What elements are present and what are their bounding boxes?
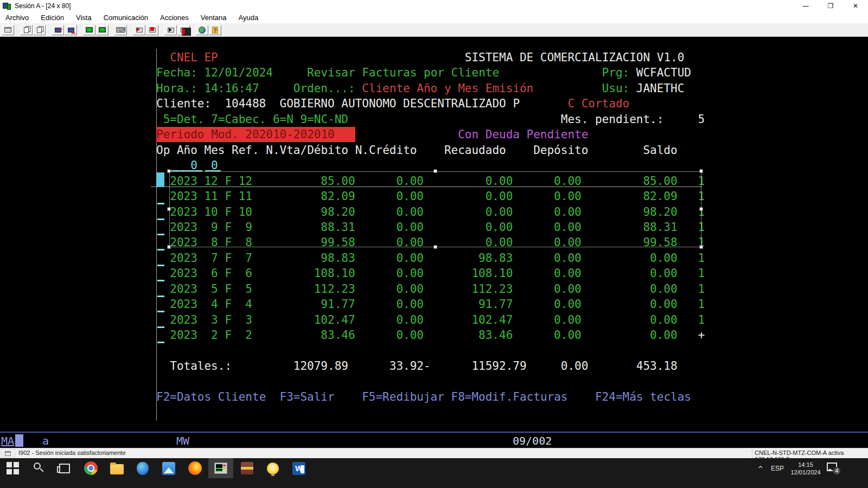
winrar-icon (241, 462, 253, 474)
taskbar-file-explorer[interactable] (104, 458, 129, 478)
globe-icon (199, 27, 206, 34)
stop-record-icon (149, 28, 156, 33)
taskbar-firefox[interactable] (182, 458, 207, 478)
terminal-line-4: Cliente:104488GOBIERNO AUTONOMO DESCENTR… (156, 96, 868, 111)
op-field-dash[interactable] (157, 311, 164, 312)
selection-handle[interactable] (433, 245, 437, 249)
title-bar: Sesión A - [24 x 80] — ❐ ✕ (0, 0, 868, 12)
play-macro-icon (168, 28, 174, 33)
record-macro-button[interactable] (133, 25, 145, 35)
browser-button[interactable] (196, 25, 208, 35)
menu-archivo[interactable]: Archivo (5, 14, 29, 22)
stop-macro-icon (181, 28, 187, 33)
copy-button[interactable] (20, 25, 33, 35)
paste-button[interactable] (33, 25, 46, 35)
op-field-dash[interactable] (157, 342, 164, 343)
terminal-screen[interactable]: CNEL EPSISTEMA DE COMERCIALIZACION V1.0F… (0, 37, 868, 448)
help-icon: ? (212, 27, 218, 34)
task-view-button[interactable] (52, 458, 77, 478)
clock-time: 14:15 (798, 461, 813, 468)
session-connection-info: CNEL-N-STD-MTZ-COM-A activa 172.18.109.2 (752, 449, 867, 458)
op-field-dash[interactable] (157, 296, 164, 297)
start-button[interactable] (0, 458, 25, 478)
display-icon (4, 27, 11, 33)
display-setup-button[interactable] (2, 25, 14, 35)
record-icon (136, 28, 143, 33)
play-macro-button[interactable] (164, 25, 177, 35)
selection-handle[interactable] (699, 169, 703, 173)
op-field-dash[interactable] (157, 219, 164, 220)
taskbar-tips[interactable] (260, 458, 285, 478)
hidden-icons-chevron[interactable]: ^ (754, 460, 767, 477)
connection-icon (5, 451, 11, 456)
op-field-dash[interactable] (157, 234, 164, 235)
selection-handle[interactable] (699, 207, 703, 211)
menu-vista[interactable]: Vista (76, 14, 92, 22)
taskbar-clock[interactable]: 14:15 12/01/2024 (788, 459, 824, 478)
taskbar-winrar[interactable] (234, 458, 259, 478)
terminal-line-3: Hora.: 14:16:47Orden...:Cliente Año y Me… (156, 81, 868, 96)
selection-handle[interactable] (433, 169, 437, 173)
color-map-button[interactable] (83, 25, 95, 35)
op-field-dash[interactable] (157, 326, 164, 328)
app-icon (3, 3, 11, 10)
menu-ayuda[interactable]: Ayuda (239, 14, 259, 22)
terminal-line-23: F2=Datos ClienteF3=SalirF5=RedibujarF8=M… (156, 389, 868, 404)
help-button[interactable]: ? (209, 25, 221, 35)
selection-handle[interactable] (167, 245, 171, 249)
copy-icon (24, 27, 29, 33)
stop-record-button[interactable] (146, 25, 158, 35)
menu-edicion[interactable]: Edición (41, 14, 64, 22)
action-center-button[interactable]: 4 (827, 462, 840, 474)
terminal-line-15: 20236F6108.100.00108.100.000.001 (156, 266, 868, 281)
keyboard-setup-button[interactable]: ⌨ (114, 25, 127, 35)
taskbar-terminal-session-active[interactable] (208, 458, 233, 478)
screen-setup-button[interactable] (96, 25, 108, 35)
op-field-dash[interactable] (157, 203, 164, 204)
taskbar-search-button[interactable] (26, 458, 51, 478)
terminal-line-2: Fecha: 12/01/2024Revisar Facturas por Cl… (156, 65, 868, 80)
windows-logo-icon (7, 462, 19, 474)
taskbar-word[interactable]: W (286, 458, 311, 478)
terminal-line-14: 20237F798.830.0098.830.000.001 (156, 251, 868, 266)
firefox-icon (188, 461, 202, 475)
terminal-line-8: 00 (156, 158, 868, 173)
color-map-icon (86, 27, 93, 33)
stop-macro-button[interactable] (177, 25, 190, 35)
taskbar-photos[interactable] (156, 458, 181, 478)
notification-badge: 4 (833, 467, 841, 475)
selection-handle[interactable] (167, 169, 171, 173)
terminal-cursor (156, 172, 164, 187)
task-view-icon (59, 464, 70, 473)
chrome-icon (84, 461, 98, 475)
clock-date: 12/01/2024 (790, 468, 820, 476)
menu-ventana[interactable]: Ventana (201, 14, 227, 22)
close-button[interactable]: ✕ (843, 0, 868, 12)
maximize-button[interactable]: ❐ (818, 0, 843, 12)
op-field-dash[interactable] (157, 265, 164, 266)
taskbar-antivirus[interactable] (130, 458, 155, 478)
menu-bar: Archivo Edición Vista Comunicación Accio… (0, 12, 868, 23)
taskbar-chrome[interactable] (78, 458, 103, 478)
terminal-line-18: 20233F3102.470.00102.470.000.001 (156, 312, 868, 328)
terminal-line-6: Periodo Mod. 202010-202010 Con Deuda Pen… (156, 127, 868, 142)
selection-handle[interactable] (167, 207, 171, 211)
selection-rectangle[interactable] (169, 171, 701, 247)
minimize-button[interactable]: — (793, 0, 818, 12)
receive-file-button[interactable] (65, 25, 77, 35)
screen-icon (99, 27, 106, 33)
menu-comunicacion[interactable]: Comunicación (104, 14, 148, 22)
menu-acciones[interactable]: Acciones (160, 14, 189, 22)
terminal-line-5: 5=Det. 7=Cabec. 6=N 9=NC-NDMes. pendient… (156, 112, 868, 127)
send-file-button[interactable] (52, 25, 64, 35)
selection-handle[interactable] (699, 245, 703, 249)
terminal-line-21: Totales.:12079.8933.92-11592.790.00453.1… (156, 358, 868, 374)
keyboard-icon: ⌨ (116, 27, 126, 34)
op-field-dash[interactable] (157, 249, 164, 251)
app-window: Sesión A - [24 x 80] — ❐ ✕ Archivo Edici… (0, 0, 868, 488)
photos-icon (162, 462, 175, 475)
oia-separator (0, 432, 868, 433)
language-indicator[interactable]: ESP (768, 460, 787, 477)
lightbulb-icon (267, 463, 279, 474)
op-field-dash[interactable] (157, 280, 164, 281)
